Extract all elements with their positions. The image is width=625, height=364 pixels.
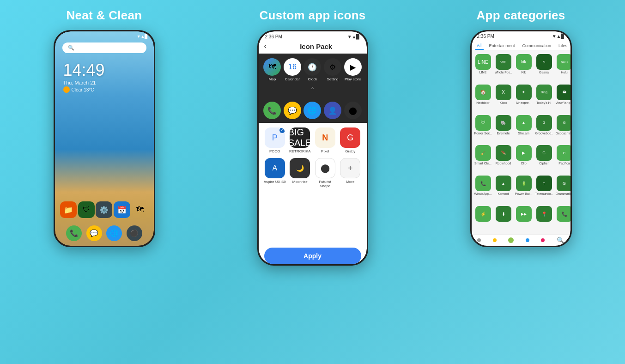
- app-kik[interactable]: kik Kik: [515, 54, 533, 82]
- nav-dot-blue[interactable]: [526, 238, 529, 242]
- back-button[interactable]: ‹: [264, 42, 267, 50]
- app-telemundo[interactable]: T Telemundo...: [535, 176, 553, 203]
- phone3-statusbar: 2:36 PM ▼▲▉: [472, 31, 570, 40]
- aspire-icon: A: [265, 158, 285, 178]
- pack-graby[interactable]: G Graby: [338, 127, 362, 153]
- app-security[interactable]: 🛡: [78, 201, 95, 218]
- app-whatsapp[interactable]: 📞 WhatsApp...: [474, 176, 492, 203]
- app-wholefoods[interactable]: WF Whole Foo...: [495, 54, 512, 82]
- pack-aspire[interactable]: A Aspire UX S9: [263, 158, 287, 188]
- app-xbox[interactable]: X Xbox: [495, 85, 512, 112]
- bottom-msg-icon[interactable]: 💬: [86, 225, 102, 241]
- app-geocaching[interactable]: G Geocachin...: [556, 115, 570, 143]
- app-komoot[interactable]: ▲ Komoot: [495, 176, 512, 203]
- packs-row1: P ✓ POCO BIG SALE RETRORIKA N Pixel: [262, 127, 363, 153]
- kik-icon: kik: [516, 54, 532, 70]
- location-icon: 📍: [536, 206, 552, 222]
- packs-row2: A Aspire UX S9 🌙 Moonrise ⬤: [262, 158, 363, 188]
- app-viewranger[interactable]: 🏔 ViewRanger: [556, 85, 570, 112]
- app-smartcle[interactable]: 🧹 Smart Cle...: [474, 145, 492, 173]
- app-nextdoor[interactable]: 🏠 Nextdoor: [474, 85, 492, 112]
- weather-sun-icon: [63, 86, 70, 93]
- icon-playstore[interactable]: ▶ Play store: [343, 58, 363, 81]
- bolt-icon: ⚡: [475, 206, 491, 222]
- app-pacifica[interactable]: C Pacifica: [556, 145, 570, 173]
- app-calendar[interactable]: 📅: [114, 201, 130, 218]
- tab-communication[interactable]: Communication: [521, 42, 553, 49]
- bottom-phone-icon[interactable]: 📞: [66, 225, 82, 241]
- poco-label: POCO: [269, 149, 280, 153]
- app-themes[interactable]: 🗺: [132, 201, 148, 218]
- phone3-time: 2:36 PM: [477, 34, 494, 39]
- app-grammarly[interactable]: G Grammarly...: [556, 176, 570, 203]
- grammarly-icon: G: [557, 176, 570, 191]
- section1-title: Neat & Clean: [67, 8, 142, 23]
- apply-button[interactable]: Apply: [264, 248, 361, 264]
- playfwd-icon: ▶▶: [516, 206, 532, 222]
- icon-calendar[interactable]: 16 Calendar: [282, 58, 303, 81]
- settings-icon: ⚙: [324, 58, 341, 76]
- app-playfwd[interactable]: ▶▶: [515, 206, 533, 231]
- app-settings[interactable]: ⚙️: [96, 201, 112, 218]
- phone1-searchbar[interactable]: 🔍: [62, 42, 146, 53]
- pack-pixel[interactable]: N Pixel: [313, 127, 337, 153]
- app-cipher[interactable]: C Cipher: [535, 145, 553, 173]
- icon-map[interactable]: 🗺 Map: [262, 58, 283, 81]
- app-powerbat[interactable]: 🔋 Power Bat...: [515, 176, 533, 203]
- calendar-icon: 16: [284, 58, 301, 76]
- app-hulu[interactable]: hulu Hulu: [556, 54, 570, 82]
- app-bolt[interactable]: ⚡: [474, 206, 492, 231]
- app-clip[interactable]: ▶ Clip: [515, 145, 533, 173]
- tab-lifes[interactable]: Lifes: [557, 42, 569, 49]
- app-evernote[interactable]: 🐘 Evernote: [495, 115, 512, 143]
- app-airexpress[interactable]: ✈ Air expre...: [515, 85, 533, 112]
- geocaching-icon: G: [557, 115, 570, 131]
- bottom-browser-icon[interactable]: 🌐: [106, 225, 122, 241]
- powersec-icon: 🛡: [475, 115, 491, 131]
- app-download[interactable]: ⬇: [495, 206, 512, 231]
- app-powersec[interactable]: 🛡 Power Sec...: [474, 115, 492, 143]
- dock-phone[interactable]: 📞: [262, 102, 283, 119]
- pack-futurist[interactable]: ⬤ Futurist Shape: [313, 158, 337, 188]
- tab-all[interactable]: All: [475, 42, 484, 50]
- app-todaysh[interactable]: Rng Today's H.: [535, 85, 553, 112]
- app-groovebook[interactable]: G Grooveboo...: [535, 115, 553, 143]
- section-custom-icons: Custom app icons 2:36 PM ▼▲▉ ‹ Icon Pack…: [208, 0, 417, 364]
- nav-dot-apps[interactable]: [477, 238, 481, 242]
- icon-clock[interactable]: 🕐 Clock: [303, 58, 323, 81]
- pixel-icon: N: [315, 127, 335, 148]
- bottom-camera-icon[interactable]: ⚫: [127, 225, 142, 241]
- playstore-label: Play store: [345, 77, 361, 81]
- smartcle-icon: 🧹: [475, 145, 491, 161]
- dock-browser[interactable]: 🌐: [303, 102, 323, 119]
- retrorika-label: RETRORIKA: [289, 149, 311, 153]
- app-filemanager[interactable]: 📁: [60, 201, 77, 218]
- phone1-time: 14:49: [55, 57, 154, 80]
- dock-camera[interactable]: ⬤: [343, 102, 363, 119]
- graby-label: Graby: [345, 149, 355, 153]
- download-icon: ⬇: [496, 206, 511, 222]
- pacifica-icon: C: [557, 145, 570, 161]
- pack-retrorika[interactable]: BIG SALE RETRORIKA: [288, 127, 312, 153]
- search-nav-icon[interactable]: 🔍: [557, 237, 564, 244]
- app-stream[interactable]: ▲ Stre.am: [515, 115, 533, 143]
- nav-dot-pink[interactable]: [541, 238, 545, 242]
- dock-contacts[interactable]: 👤: [322, 102, 343, 119]
- icon-settings[interactable]: ⚙ Setting: [322, 58, 343, 81]
- app-phone2[interactable]: 📞: [556, 206, 570, 231]
- tab-entertainment[interactable]: Entertainment: [487, 42, 517, 49]
- app-location[interactable]: 📍: [535, 206, 553, 231]
- poco-icon: P ✓: [265, 127, 285, 148]
- dock-msg[interactable]: 💬: [282, 102, 303, 119]
- app-gaana[interactable]: $ Gaana: [535, 54, 553, 82]
- nav-dot-yellow[interactable]: [493, 238, 497, 242]
- app-line[interactable]: LINE LINE: [474, 54, 492, 82]
- pack-moonrise[interactable]: 🌙 Moonrise: [288, 158, 312, 188]
- hulu-icon: hulu: [557, 54, 570, 70]
- phone3-tabs[interactable]: All Entertainment Communication Lifes ≡: [472, 40, 570, 50]
- pack-poco[interactable]: P ✓ POCO: [263, 127, 287, 153]
- retrorika-icon: BIG SALE: [290, 127, 310, 148]
- pack-more[interactable]: + More: [338, 158, 362, 188]
- app-robinhood[interactable]: 🪶 Robinhood: [495, 145, 512, 173]
- nav-dot-active[interactable]: [508, 237, 514, 243]
